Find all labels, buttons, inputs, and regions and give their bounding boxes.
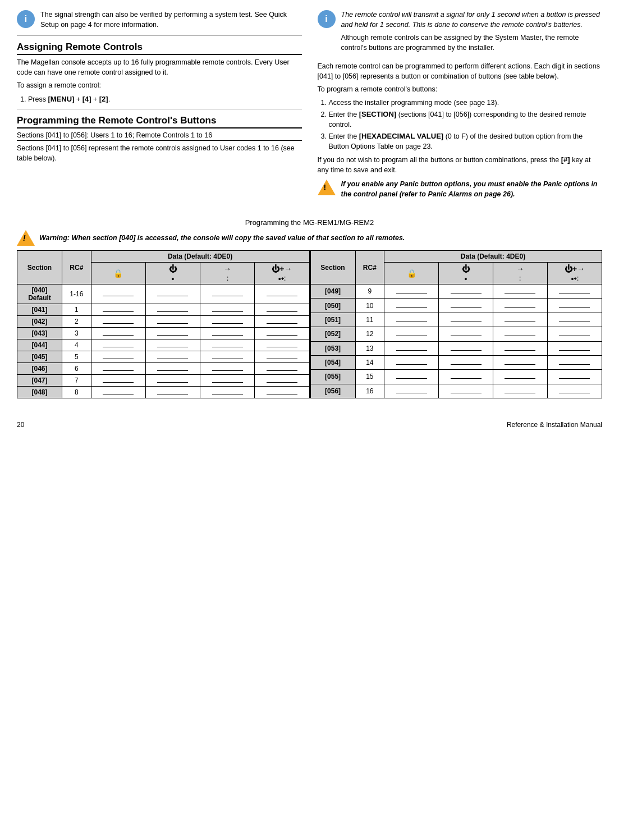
left-row-d3-046 — [200, 363, 255, 375]
left-row-rc-048: 8 — [62, 387, 91, 398]
right-row-rc-051: 11 — [355, 313, 384, 327]
left-row-d3-047 — [200, 375, 255, 387]
left-row-d1-042 — [91, 316, 145, 328]
table-row: [053] 13 — [310, 341, 602, 355]
right-row-d3-053 — [493, 341, 548, 355]
table-row: [047] 7 — [17, 375, 310, 387]
right-row-d1-049 — [384, 284, 439, 299]
assigning-steps: Press [MENU] + [4] + [2]. — [28, 94, 302, 105]
left-row-d1-044 — [91, 339, 145, 351]
page-number-left: 20 — [17, 421, 24, 429]
table-row: [040]Default 1-16 — [17, 284, 310, 304]
right-row-rc-056: 16 — [355, 384, 384, 398]
right-row-d3-050 — [493, 299, 548, 313]
left-row-section-048: [048] — [17, 387, 62, 398]
left-row-d4-048 — [255, 387, 309, 398]
assigning-para2: To assign a remote control: — [17, 81, 302, 91]
right-row-d3-055 — [493, 370, 548, 384]
left-th-data: Data (Default: 4DE0) — [91, 251, 309, 263]
right-row-d1-056 — [384, 384, 439, 398]
right-row-d2-053 — [439, 341, 493, 355]
right-row-d4-055 — [547, 370, 602, 384]
left-row-rc-044: 4 — [62, 339, 91, 351]
right-row-section-051: [051] — [310, 313, 356, 327]
right-row-d1-051 — [384, 313, 439, 327]
right-row-d3-049 — [493, 284, 548, 299]
table-row: [042] 2 — [17, 316, 310, 328]
left-row-d2-042 — [145, 316, 200, 328]
left-prog-table: Section RC# Data (Default: 4DE0) 🔒 ⏻● →⁚… — [17, 250, 310, 398]
right-row-section-056: [056] — [310, 384, 356, 398]
right-row-section-053: [053] — [310, 341, 356, 355]
right-row-section-052: [052] — [310, 327, 356, 341]
left-row-d2-043 — [145, 328, 200, 339]
left-row-d3-048 — [200, 387, 255, 398]
right-row-d1-054 — [384, 355, 439, 369]
left-row-section-043: [043] — [17, 328, 62, 339]
right-row-d2-056 — [439, 384, 493, 398]
right-row-d1-050 — [384, 299, 439, 313]
right-note-text2: Although remote controls can be assigned… — [341, 33, 603, 53]
right-icon-power-arrow: ⏻+→●+⁚ — [547, 263, 602, 284]
left-row-rc-047: 7 — [62, 375, 91, 387]
top-two-col: i The signal strength can also be verifi… — [17, 10, 602, 204]
warning-box: If you enable any Panic button options, … — [318, 180, 603, 199]
table-warning-icon — [17, 230, 35, 246]
left-row-section-045: [045] — [17, 351, 62, 363]
left-row-d3-040 — [200, 284, 255, 304]
right-row-d4-052 — [547, 327, 602, 341]
right-top: i The remote control will transmit a sig… — [318, 10, 603, 204]
programming-subtitle: Sections [041] to [056]: Users 1 to 16; … — [17, 131, 302, 141]
table-caption: Programming the MG-REM1/MG-REM2 — [17, 218, 602, 227]
left-row-d1-043 — [91, 328, 145, 339]
programming-title: Programming the Remote Control's Buttons — [17, 115, 302, 128]
left-row-section-047: [047] — [17, 375, 62, 387]
left-row-d2-041 — [145, 304, 200, 316]
right-row-rc-053: 13 — [355, 341, 384, 355]
right-row-d3-056 — [493, 384, 548, 398]
table-section: Programming the MG-REM1/MG-REM2 Warning:… — [17, 218, 602, 398]
left-note: i The signal strength can also be verifi… — [17, 10, 302, 30]
left-icon-power: ⏻● — [145, 263, 200, 284]
assigning-step1: Press [MENU] + [4] + [2]. — [28, 94, 302, 105]
right-row-d4-049 — [547, 284, 602, 299]
left-table-body: [040]Default 1-16 [041] 1 — [17, 284, 310, 398]
right-row-section-055: [055] — [310, 370, 356, 384]
left-row-rc-045: 5 — [62, 351, 91, 363]
right-th-rc: RC# — [355, 251, 384, 284]
table-row: [054] 14 — [310, 355, 602, 369]
left-row-d2-046 — [145, 363, 200, 375]
left-row-d1-040 — [91, 284, 145, 304]
left-icon-lock: 🔒 — [91, 263, 145, 284]
left-row-d4-047 — [255, 375, 309, 387]
table-row: [044] 4 — [17, 339, 310, 351]
info-icon-right: i — [318, 10, 336, 28]
left-row-d4-041 — [255, 304, 309, 316]
left-row-d4-046 — [255, 363, 309, 375]
right-row-rc-055: 15 — [355, 370, 384, 384]
right-row-d4-051 — [547, 313, 602, 327]
left-row-d2-045 — [145, 351, 200, 363]
left-row-d3-044 — [200, 339, 255, 351]
left-row-d1-048 — [91, 387, 145, 398]
right-table-header-row1: Section RC# Data (Default: 4DE0) — [310, 251, 602, 263]
right-row-rc-052: 12 — [355, 327, 384, 341]
left-top: i The signal strength can also be verifi… — [17, 10, 302, 204]
left-row-d4-045 — [255, 351, 309, 363]
assigning-title: Assigning Remote Controls — [17, 42, 302, 55]
left-icon-arrow: →⁚ — [200, 263, 255, 284]
right-row-d2-052 — [439, 327, 493, 341]
left-row-d3-043 — [200, 328, 255, 339]
warning-text: If you enable any Panic button options, … — [341, 180, 603, 199]
left-row-rc-046: 6 — [62, 363, 91, 375]
right-row-d1-053 — [384, 341, 439, 355]
programming-para1: Sections [041] to [056] represent the re… — [17, 144, 302, 163]
right-step1: Access the installer programming mode (s… — [329, 98, 603, 108]
table-row: [050] 10 — [310, 299, 602, 313]
right-row-section-050: [050] — [310, 299, 356, 313]
right-row-d3-054 — [493, 355, 548, 369]
right-row-rc-054: 14 — [355, 355, 384, 369]
right-row-d1-052 — [384, 327, 439, 341]
table-row: [043] 3 — [17, 328, 310, 339]
left-row-d4-044 — [255, 339, 309, 351]
